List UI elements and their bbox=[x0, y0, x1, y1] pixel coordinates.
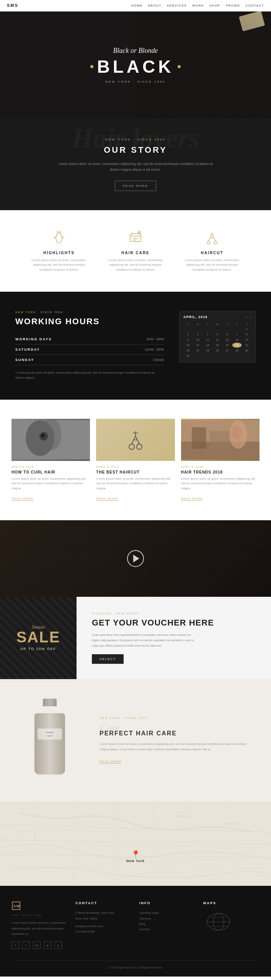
footer-copyright: © 2018 Style Interior Inc. All Rights Re… bbox=[11, 966, 260, 969]
cal-day[interactable]: 3 bbox=[193, 332, 203, 337]
footer-contact-email[interactable]: info@youremail.com bbox=[75, 924, 132, 929]
nav-home[interactable]: HOME bbox=[131, 4, 143, 7]
footer-contact-phone[interactable]: 213-894-2458 bbox=[75, 929, 132, 934]
nav-work[interactable]: WORK bbox=[192, 4, 204, 7]
cal-day[interactable]: 27 bbox=[222, 348, 232, 353]
footer-info-link-opening[interactable]: Opening Days bbox=[139, 910, 196, 916]
blog-image-3 bbox=[181, 419, 260, 461]
social-instagram[interactable]: in bbox=[33, 941, 41, 949]
nav-about[interactable]: ABOUT bbox=[148, 4, 162, 7]
cal-day[interactable]: 5 bbox=[213, 332, 222, 337]
footer-col-about: SMS HAIR · STYLE · LOVE Lorem ipsum dolo… bbox=[11, 901, 68, 949]
cal-day[interactable]: 25 bbox=[203, 348, 212, 353]
cal-day[interactable]: 4 bbox=[203, 332, 212, 337]
cal-day[interactable]: 30 bbox=[183, 353, 193, 358]
cal-day-label: T bbox=[222, 322, 232, 327]
cal-day[interactable]: 14 bbox=[232, 337, 242, 342]
footer-info-link-contact[interactable]: Contact bbox=[139, 927, 196, 932]
blog-item-3: APRIL 8, 2018 HAIR TRENDS 2018 Lorem ips… bbox=[181, 419, 260, 501]
product-read-more[interactable]: READ MORE bbox=[100, 760, 121, 764]
voucher-eyebrow: DISCOUNT · NEW OFFER bbox=[92, 612, 214, 615]
cal-day[interactable]: 13 bbox=[222, 337, 232, 342]
cal-day[interactable]: 10 bbox=[193, 337, 203, 342]
svg-point-4 bbox=[211, 237, 213, 238]
voucher-section: Season SALE UP TO 20% OFF DISCOUNT · NEW… bbox=[0, 597, 271, 679]
cal-day bbox=[203, 353, 212, 358]
working-hours-section: NEW YORK · SINCE 2004 WORKING HOURS WORK… bbox=[0, 292, 271, 400]
nav-contact[interactable]: CONTACT bbox=[245, 4, 264, 7]
calendar-next[interactable]: › bbox=[250, 315, 251, 319]
footer-info-link-blog[interactable]: Blog bbox=[139, 921, 196, 927]
social-facebook[interactable]: f bbox=[11, 941, 19, 949]
cal-day[interactable]: 15 bbox=[242, 337, 251, 342]
services-grid: HIGHLIGHTS Lorem ipsum dolor sit amet, c… bbox=[15, 229, 256, 273]
social-pinterest[interactable]: p bbox=[44, 941, 51, 949]
cal-day[interactable]: 24 bbox=[193, 348, 203, 353]
nav-shop[interactable]: SHOP bbox=[209, 4, 220, 7]
footer-contact-title: CONTACT bbox=[75, 901, 132, 905]
hero-content: Black or Blonde BLACK NEW YORK · SINCE 1… bbox=[90, 47, 181, 83]
play-button[interactable] bbox=[127, 550, 144, 567]
blog-read-more-3[interactable]: READ MORE bbox=[181, 497, 203, 501]
footer-logo-wrapper: SMS HAIR · STYLE · LOVE bbox=[11, 901, 68, 916]
haircut-icon bbox=[204, 229, 220, 246]
hero-title: BLACK bbox=[90, 56, 181, 77]
blog-read-more-2[interactable]: READ MORE bbox=[96, 497, 118, 501]
voucher-discount-desc: UP TO 20% OFF bbox=[20, 647, 56, 651]
cal-day[interactable]: 21 bbox=[232, 343, 242, 348]
cal-day bbox=[183, 327, 193, 332]
footer: SMS HAIR · STYLE · LOVE Lorem ipsum dolo… bbox=[0, 886, 271, 977]
cal-day[interactable]: 8 bbox=[242, 332, 251, 337]
cal-day[interactable]: 17 bbox=[193, 343, 203, 348]
logo[interactable]: SMS bbox=[7, 3, 18, 8]
cal-day[interactable]: 26 bbox=[213, 348, 222, 353]
map-pin: 📍 New York bbox=[126, 850, 145, 863]
cal-day[interactable]: 16 bbox=[183, 343, 193, 348]
cal-day[interactable]: 19 bbox=[213, 343, 222, 348]
blog-image-2 bbox=[96, 419, 175, 461]
haircare-icon bbox=[127, 229, 144, 246]
cal-day[interactable]: 29 bbox=[242, 348, 251, 353]
story-read-more-button[interactable]: READ MORE bbox=[115, 181, 156, 191]
blog-text-3: Lorem ipsum dolor sit amet, consectetur … bbox=[181, 477, 260, 491]
calendar-prev[interactable]: ‹ bbox=[246, 315, 247, 319]
footer-info-link-services[interactable]: Services bbox=[139, 916, 196, 921]
cal-day[interactable]: 23 bbox=[183, 348, 193, 353]
cal-day[interactable]: 7 bbox=[232, 332, 242, 337]
svg-point-11 bbox=[137, 444, 142, 449]
blog-title-2: THE BEST HAIRCUT bbox=[96, 470, 175, 474]
cal-day[interactable]: 22 bbox=[242, 343, 251, 348]
cal-day[interactable]: 18 bbox=[203, 343, 212, 348]
blog-read-more-1[interactable]: READ MORE bbox=[11, 497, 33, 501]
footer-logo-icon: SMS bbox=[11, 901, 21, 910]
cal-day[interactable]: 12 bbox=[213, 337, 222, 342]
cal-day bbox=[213, 327, 222, 332]
social-youtube[interactable]: y bbox=[54, 941, 62, 949]
cal-day[interactable]: 6 bbox=[222, 332, 232, 337]
voucher-select-button[interactable]: SELECT bbox=[92, 654, 124, 664]
calendar-header: APRIL, 2018 ‹ › bbox=[183, 315, 251, 319]
footer-col-info: INFO Opening Days Services Blog Contact bbox=[139, 901, 196, 949]
svg-point-17 bbox=[231, 425, 242, 439]
cal-day[interactable]: 11 bbox=[203, 337, 212, 342]
wh-note: Lorem ipsum dolor sit amet, consectetur … bbox=[15, 371, 164, 381]
cal-day[interactable]: 20 bbox=[222, 343, 232, 348]
cal-day[interactable]: 2 bbox=[183, 332, 193, 337]
cal-day bbox=[232, 353, 242, 358]
cal-day-label: F bbox=[232, 322, 242, 327]
cal-day[interactable]: 1 bbox=[242, 327, 251, 332]
svg-rect-15 bbox=[209, 431, 231, 449]
service-highlights-title: HIGHLIGHTS bbox=[28, 251, 90, 255]
cal-day[interactable]: 9 bbox=[183, 337, 193, 342]
wh-day-sunday: SUNDAY bbox=[15, 358, 34, 362]
product-eyebrow: NEW YORK · SINCE 2004 bbox=[100, 717, 256, 719]
bottle-neck bbox=[43, 699, 57, 706]
cal-day[interactable]: 28 bbox=[232, 348, 242, 353]
blog-title-1: HOW TO CURL HAIR bbox=[11, 470, 90, 474]
nav-services[interactable]: SERVICES bbox=[167, 4, 187, 7]
cal-day bbox=[193, 327, 203, 332]
nav-promo[interactable]: PROMO bbox=[226, 4, 240, 7]
svg-text:Newark: Newark bbox=[19, 830, 28, 833]
service-haircare-title: HAIR CARE bbox=[105, 251, 166, 255]
social-twitter[interactable]: t bbox=[22, 941, 30, 949]
